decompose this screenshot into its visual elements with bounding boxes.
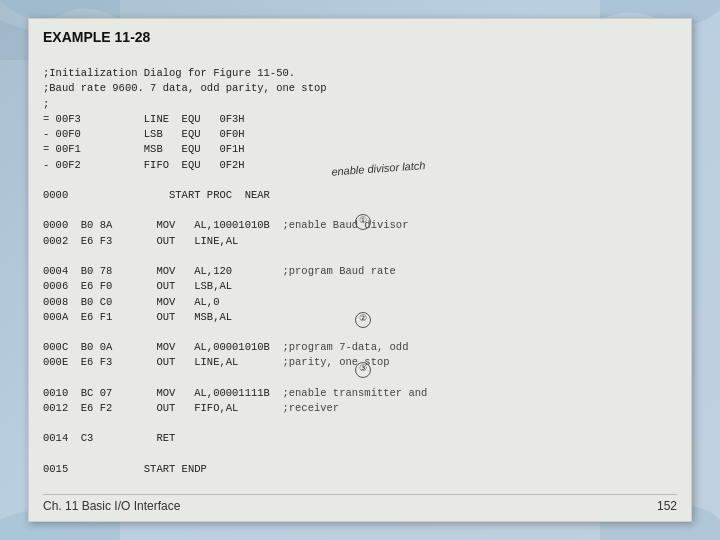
instr-2: 0002 E6 F3 OUT LINE,AL <box>43 235 238 247</box>
instr-1: 0000 B0 8A MOV AL,10001010B ;enable Baud… <box>43 219 408 231</box>
circle-annotation-1: ① <box>355 214 371 230</box>
footer-page-number: 152 <box>657 499 677 513</box>
instr-8: 000E E6 F3 OUT LINE,AL ;parity, one stop <box>43 356 390 368</box>
proc-start: 0000 START PROC NEAR <box>43 189 270 201</box>
instr-7: 000C B0 0A MOV AL,00001010B ;program 7-d… <box>43 341 408 353</box>
comment-3: ;program Baud rate <box>282 265 395 277</box>
comment-9: ;enable transmitter and <box>282 387 427 399</box>
comment-line-2: ;Baud rate 9600. 7 data, odd parity, one… <box>43 82 327 94</box>
instr-3: 0004 B0 78 MOV AL,120 ;program Baud rate <box>43 265 396 277</box>
code-block: ;Initialization Dialog for Figure 11-50.… <box>43 51 677 494</box>
comment-1: ;enable Baud divisor <box>282 219 408 231</box>
circle-annotation-2: ② <box>355 312 371 328</box>
instr-10: 0012 E6 F2 OUT FIFO,AL ;receiver <box>43 402 339 414</box>
circle-annotation-3: ③ <box>355 362 371 378</box>
footer-chapter: Ch. 11 Basic I/O Interface <box>43 499 180 513</box>
instr-ret: 0014 C3 RET <box>43 432 175 444</box>
comment-7: ;program 7-data, odd <box>282 341 408 353</box>
equ-line-3: = 00F1 MSB EQU 0F1H <box>43 143 245 155</box>
comment-line-1: ;Initialization Dialog for Figure 11-50. <box>43 67 295 79</box>
instr-6: 000A E6 F1 OUT MSB,AL <box>43 311 232 323</box>
comment-8: ;parity, one stop <box>282 356 389 368</box>
comment-10: ;receiver <box>282 402 339 414</box>
instr-4: 0006 E6 F0 OUT LSB,AL <box>43 280 232 292</box>
equ-line-1: = 00F3 LINE EQU 0F3H <box>43 113 245 125</box>
instr-9: 0010 BC 07 MOV AL,00001111B ;enable tran… <box>43 387 427 399</box>
handwritten-annotation: enable divisor latch <box>311 142 427 198</box>
page-footer: Ch. 11 Basic I/O Interface 152 <box>43 494 677 513</box>
instr-5: 0008 B0 C0 MOV AL,0 <box>43 296 219 308</box>
example-title: EXAMPLE 11-28 <box>43 29 677 45</box>
proc-end: 0015 START ENDP <box>43 463 207 475</box>
equ-line-4: - 00F2 FIFO EQU 0F2H <box>43 159 245 171</box>
equ-line-2: - 00F0 LSB EQU 0F0H <box>43 128 245 140</box>
content-card: EXAMPLE 11-28 ;Initialization Dialog for… <box>28 18 692 522</box>
comment-line-3: ; <box>43 98 49 110</box>
